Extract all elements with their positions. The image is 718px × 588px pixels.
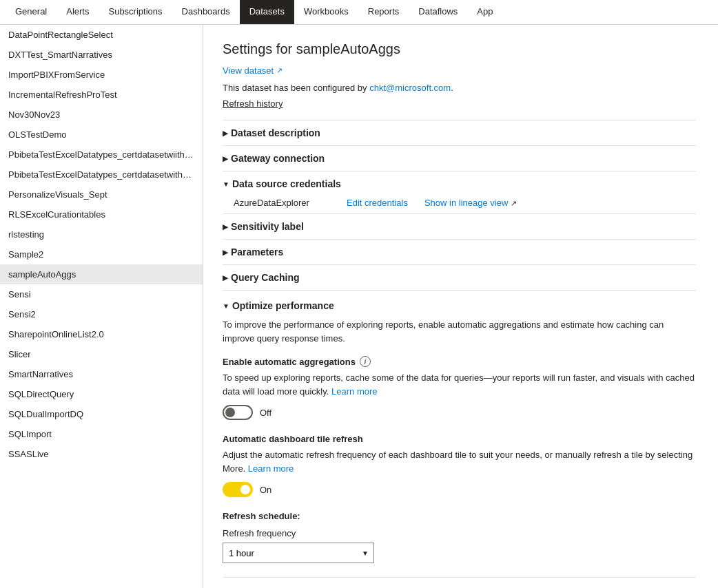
nav-tab-dataflows[interactable]: Dataflows	[409, 0, 467, 24]
refresh-frequency-label: Refresh frequency	[223, 528, 696, 538]
sidebar-item[interactable]: ImportPBIXFromService	[0, 65, 203, 85]
sidebar: DataPointRectangleSelectDXTTest_SmartNar…	[0, 25, 203, 588]
auto-agg-info-icon[interactable]: i	[360, 356, 371, 367]
top-navigation: GeneralAlertsSubscriptionsDashboardsData…	[0, 0, 718, 25]
query-caching-header[interactable]: ▶ Query Caching	[223, 264, 696, 290]
sidebar-item[interactable]: OLSTestDemo	[0, 125, 203, 145]
main-layout: DataPointRectangleSelectDXTTest_SmartNar…	[0, 25, 718, 588]
sensitivity-label-text: Sensitivity label	[231, 221, 304, 232]
view-dataset-link[interactable]: View dataset ↗	[223, 65, 283, 76]
gateway-connection-label: Gateway connection	[231, 153, 325, 164]
sidebar-item[interactable]: PbibetaTestExcelDatatypes_certdatasetwit…	[0, 165, 203, 185]
content-area: Settings for sampleAutoAggs View dataset…	[203, 25, 718, 588]
nav-tab-alerts[interactable]: Alerts	[57, 0, 99, 24]
dashboard-refresh-toggle-label: On	[260, 485, 271, 495]
sidebar-item[interactable]: sampleAutoAggs	[0, 264, 203, 284]
nav-tab-general[interactable]: General	[6, 0, 57, 24]
view-dataset-label: View dataset	[223, 65, 274, 76]
dashboard-refresh-toggle[interactable]	[223, 482, 253, 497]
sidebar-item[interactable]: Sample2	[0, 244, 203, 264]
sidebar-item[interactable]: DataPointRectangleSelect	[0, 25, 203, 45]
configured-by-text: This dataset has been configured by chkt…	[223, 83, 696, 93]
optimize-performance-arrow: ▼	[223, 302, 229, 310]
action-buttons: Apply Discard	[223, 577, 696, 588]
nav-tab-workbooks[interactable]: Workbooks	[294, 0, 358, 24]
dashboard-refresh-learn-more-link[interactable]: Learn more	[248, 463, 294, 474]
refresh-history-link[interactable]: Refresh history	[223, 98, 283, 109]
sidebar-item[interactable]: PersonalizeVisuals_Sept	[0, 185, 203, 204]
edit-credentials-link[interactable]: Edit credentials	[347, 198, 408, 208]
auto-agg-toggle[interactable]	[223, 405, 253, 420]
refresh-frequency-select[interactable]: 1 hour30 minutes15 minutesDailyWeekly	[223, 543, 374, 563]
dataset-description-label: Dataset description	[231, 127, 320, 138]
dashboard-refresh-desc: Adjust the automatic refresh frequency o…	[223, 448, 696, 475]
nav-tab-subscriptions[interactable]: Subscriptions	[99, 0, 172, 24]
sidebar-item[interactable]: IncrementalRefreshProTest	[0, 85, 203, 105]
nav-tab-dashboards[interactable]: Dashboards	[172, 0, 240, 24]
source-name: AzureDataExplorer	[234, 198, 330, 208]
sidebar-item[interactable]: RLSExcelCurationtables	[0, 204, 203, 224]
data-source-credentials-header[interactable]: ▼ Data source credentials	[223, 171, 696, 192]
parameters-label: Parameters	[231, 246, 283, 258]
sensitivity-label-header[interactable]: ▶ Sensitivity label	[223, 213, 696, 239]
sensitivity-label-arrow: ▶	[223, 223, 228, 231]
sidebar-item[interactable]: rlstesting	[0, 224, 203, 244]
nav-tab-datasets[interactable]: Datasets	[240, 0, 294, 24]
optimize-performance-label: Optimize performance	[232, 300, 334, 311]
nav-tab-reports[interactable]: Reports	[358, 0, 409, 24]
gateway-connection-header[interactable]: ▶ Gateway connection	[223, 145, 696, 171]
dataset-description-header[interactable]: ▶ Dataset description	[223, 120, 696, 145]
dashboard-refresh-toggle-slider	[223, 482, 253, 497]
data-source-credentials-arrow: ▼	[223, 180, 229, 188]
auto-agg-toggle-row: Off	[223, 405, 696, 420]
sidebar-item[interactable]: Nov30Nov23	[0, 105, 203, 125]
optimize-performance-header[interactable]: ▼ Optimize performance	[223, 293, 696, 318]
sidebar-item[interactable]: PbibetaTestExcelDatatypes_certdatasetwii…	[0, 145, 203, 165]
dataset-description-arrow: ▶	[223, 129, 228, 137]
auto-agg-toggle-label: Off	[260, 408, 271, 418]
sidebar-item[interactable]: DXTTest_SmartNarratives	[0, 45, 203, 65]
parameters-arrow: ▶	[223, 249, 228, 256]
settings-title: Settings for sampleAutoAggs	[223, 41, 696, 57]
external-link-icon: ↗	[276, 66, 283, 75]
query-caching-label: Query Caching	[231, 272, 300, 283]
lineage-external-icon: ↗	[511, 199, 517, 207]
refresh-frequency-select-wrapper: 1 hour30 minutes15 minutesDailyWeekly ▼	[223, 543, 374, 563]
show-lineage-link-wrapper: Show in lineage view ↗	[424, 198, 517, 208]
sidebar-item[interactable]: Sensi	[0, 284, 203, 304]
sidebar-item[interactable]: Slicer	[0, 344, 203, 364]
sidebar-item[interactable]: SQLImport	[0, 424, 203, 444]
sidebar-item[interactable]: SSASLive	[0, 444, 203, 464]
parameters-header[interactable]: ▶ Parameters	[223, 239, 696, 264]
sidebar-item[interactable]: SQLDirectQuery	[0, 384, 203, 404]
refresh-schedule-title: Refresh schedule:	[223, 511, 696, 521]
auto-agg-learn-more-link[interactable]: Learn more	[331, 386, 377, 397]
sidebar-item[interactable]: SmartNarratives	[0, 364, 203, 384]
sidebar-item[interactable]: SharepointOnlineList2.0	[0, 324, 203, 344]
query-caching-arrow: ▶	[223, 274, 228, 282]
sidebar-item[interactable]: SQLDualImportDQ	[0, 404, 203, 424]
dashboard-refresh-toggle-row: On	[223, 482, 696, 497]
gateway-connection-arrow: ▶	[223, 155, 228, 162]
optimize-performance-content: To improve the performance of exploring …	[223, 318, 696, 588]
nav-tab-app[interactable]: App	[467, 0, 502, 24]
auto-agg-title: Enable automatic aggregations i	[223, 356, 696, 367]
auto-agg-toggle-slider	[223, 405, 253, 420]
credentials-row: AzureDataExplorer Edit credentials Show …	[223, 192, 696, 213]
show-lineage-link[interactable]: Show in lineage view	[424, 198, 508, 208]
auto-agg-desc: To speed up exploring reports, cache som…	[223, 371, 696, 398]
optimize-description: To improve the performance of exploring …	[223, 318, 696, 345]
optimize-performance-section: ▼ Optimize performance To improve the pe…	[223, 290, 696, 588]
configured-by-email[interactable]: chkt@microsoft.com	[369, 83, 451, 93]
sidebar-item[interactable]: Sensi2	[0, 304, 203, 324]
data-source-credentials-label: Data source credentials	[232, 178, 341, 189]
dashboard-refresh-title: Automatic dashboard tile refresh	[223, 434, 696, 444]
